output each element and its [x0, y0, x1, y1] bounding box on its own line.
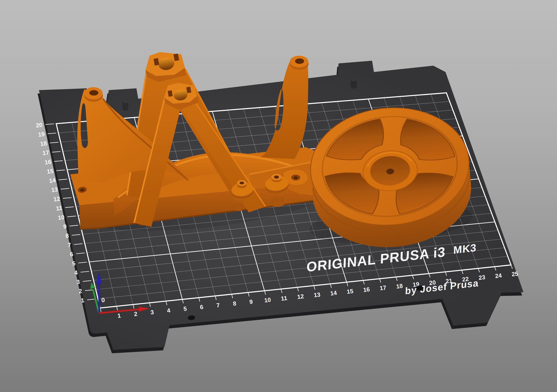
x-axis-label-16: 16 [363, 286, 370, 293]
scene-canvas: 1234567891011121314151617181920212223242… [0, 0, 557, 392]
y-axis-label-17: 17 [42, 149, 49, 156]
bracket-right-boss [290, 56, 309, 70]
y-axis-label-18: 18 [40, 140, 47, 147]
x-axis-label-17: 17 [379, 284, 387, 292]
x-axis-label-11: 11 [280, 295, 287, 302]
x-axis-label-13: 13 [313, 291, 321, 298]
x-axis-label-24: 24 [495, 272, 502, 280]
y-axis-label-10: 10 [57, 214, 65, 221]
x-axis-label-14: 14 [330, 289, 337, 297]
slicer-3d-viewport[interactable]: 1234567891011121314151617181920212223242… [0, 0, 557, 392]
y-axis-label-13: 13 [51, 186, 58, 193]
y-axis-label-14: 14 [49, 177, 56, 184]
y-axis-label-20: 20 [36, 121, 43, 129]
x-axis-label-15: 15 [346, 288, 353, 295]
model-spool-holder-bracket[interactable] [70, 52, 334, 230]
y-axis-label-19: 19 [38, 131, 45, 138]
x-axis-label-10: 10 [264, 296, 271, 304]
y-axis-label-12: 12 [53, 195, 60, 203]
x-axis-label-23: 23 [478, 274, 486, 281]
bracket-left-boss [84, 87, 103, 102]
x-axis-label-25: 25 [511, 270, 518, 278]
y-axis-label-16: 16 [44, 158, 52, 166]
x-axis-label-18: 18 [396, 282, 403, 290]
y-axis-label-15: 15 [46, 168, 54, 175]
x-axis-label-12: 12 [297, 293, 304, 300]
y-axis-label-11: 11 [56, 205, 63, 212]
